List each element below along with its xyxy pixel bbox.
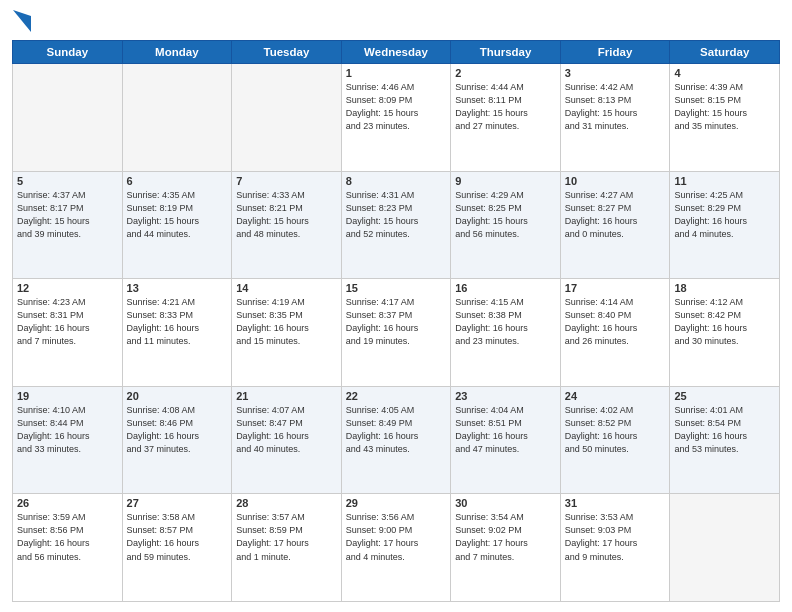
calendar-day-cell: 17Sunrise: 4:14 AM Sunset: 8:40 PM Dayli… [560, 279, 670, 387]
calendar-day-cell: 10Sunrise: 4:27 AM Sunset: 8:27 PM Dayli… [560, 171, 670, 279]
calendar-header-row: SundayMondayTuesdayWednesdayThursdayFrid… [13, 41, 780, 64]
day-info: Sunrise: 4:44 AM Sunset: 8:11 PM Dayligh… [455, 81, 556, 133]
logo-icon [13, 10, 31, 32]
day-info: Sunrise: 4:19 AM Sunset: 8:35 PM Dayligh… [236, 296, 337, 348]
day-number: 29 [346, 497, 447, 509]
day-number: 16 [455, 282, 556, 294]
day-number: 5 [17, 175, 118, 187]
day-number: 21 [236, 390, 337, 402]
day-number: 26 [17, 497, 118, 509]
calendar-day-cell: 3Sunrise: 4:42 AM Sunset: 8:13 PM Daylig… [560, 64, 670, 172]
day-info: Sunrise: 4:10 AM Sunset: 8:44 PM Dayligh… [17, 404, 118, 456]
calendar-day-cell [13, 64, 123, 172]
day-info: Sunrise: 4:37 AM Sunset: 8:17 PM Dayligh… [17, 189, 118, 241]
calendar-day-cell: 23Sunrise: 4:04 AM Sunset: 8:51 PM Dayli… [451, 386, 561, 494]
calendar-day-cell: 18Sunrise: 4:12 AM Sunset: 8:42 PM Dayli… [670, 279, 780, 387]
day-info: Sunrise: 4:04 AM Sunset: 8:51 PM Dayligh… [455, 404, 556, 456]
day-info: Sunrise: 4:02 AM Sunset: 8:52 PM Dayligh… [565, 404, 666, 456]
calendar-day-cell: 14Sunrise: 4:19 AM Sunset: 8:35 PM Dayli… [232, 279, 342, 387]
calendar-day-cell: 16Sunrise: 4:15 AM Sunset: 8:38 PM Dayli… [451, 279, 561, 387]
day-number: 30 [455, 497, 556, 509]
calendar-week-row: 19Sunrise: 4:10 AM Sunset: 8:44 PM Dayli… [13, 386, 780, 494]
day-info: Sunrise: 4:46 AM Sunset: 8:09 PM Dayligh… [346, 81, 447, 133]
calendar-day-cell: 24Sunrise: 4:02 AM Sunset: 8:52 PM Dayli… [560, 386, 670, 494]
day-number: 23 [455, 390, 556, 402]
calendar-week-row: 5Sunrise: 4:37 AM Sunset: 8:17 PM Daylig… [13, 171, 780, 279]
logo [12, 10, 31, 32]
day-number: 9 [455, 175, 556, 187]
day-info: Sunrise: 4:08 AM Sunset: 8:46 PM Dayligh… [127, 404, 228, 456]
calendar-day-cell: 30Sunrise: 3:54 AM Sunset: 9:02 PM Dayli… [451, 494, 561, 602]
day-number: 18 [674, 282, 775, 294]
calendar-day-cell: 13Sunrise: 4:21 AM Sunset: 8:33 PM Dayli… [122, 279, 232, 387]
day-number: 8 [346, 175, 447, 187]
day-number: 15 [346, 282, 447, 294]
day-number: 28 [236, 497, 337, 509]
day-info: Sunrise: 4:05 AM Sunset: 8:49 PM Dayligh… [346, 404, 447, 456]
svg-marker-0 [13, 10, 31, 32]
calendar-day-cell: 5Sunrise: 4:37 AM Sunset: 8:17 PM Daylig… [13, 171, 123, 279]
day-number: 7 [236, 175, 337, 187]
day-info: Sunrise: 4:35 AM Sunset: 8:19 PM Dayligh… [127, 189, 228, 241]
day-info: Sunrise: 4:21 AM Sunset: 8:33 PM Dayligh… [127, 296, 228, 348]
day-of-week-header: Tuesday [232, 41, 342, 64]
day-info: Sunrise: 4:31 AM Sunset: 8:23 PM Dayligh… [346, 189, 447, 241]
day-info: Sunrise: 4:07 AM Sunset: 8:47 PM Dayligh… [236, 404, 337, 456]
calendar-week-row: 26Sunrise: 3:59 AM Sunset: 8:56 PM Dayli… [13, 494, 780, 602]
day-info: Sunrise: 4:17 AM Sunset: 8:37 PM Dayligh… [346, 296, 447, 348]
day-number: 19 [17, 390, 118, 402]
day-of-week-header: Friday [560, 41, 670, 64]
page: SundayMondayTuesdayWednesdayThursdayFrid… [0, 0, 792, 612]
day-number: 1 [346, 67, 447, 79]
calendar-day-cell: 2Sunrise: 4:44 AM Sunset: 8:11 PM Daylig… [451, 64, 561, 172]
calendar-day-cell [232, 64, 342, 172]
day-number: 24 [565, 390, 666, 402]
calendar-day-cell: 4Sunrise: 4:39 AM Sunset: 8:15 PM Daylig… [670, 64, 780, 172]
calendar-day-cell: 1Sunrise: 4:46 AM Sunset: 8:09 PM Daylig… [341, 64, 451, 172]
header [12, 10, 780, 32]
day-info: Sunrise: 4:23 AM Sunset: 8:31 PM Dayligh… [17, 296, 118, 348]
day-info: Sunrise: 4:42 AM Sunset: 8:13 PM Dayligh… [565, 81, 666, 133]
day-info: Sunrise: 3:53 AM Sunset: 9:03 PM Dayligh… [565, 511, 666, 563]
calendar-day-cell: 27Sunrise: 3:58 AM Sunset: 8:57 PM Dayli… [122, 494, 232, 602]
day-of-week-header: Thursday [451, 41, 561, 64]
day-info: Sunrise: 3:59 AM Sunset: 8:56 PM Dayligh… [17, 511, 118, 563]
calendar-day-cell: 15Sunrise: 4:17 AM Sunset: 8:37 PM Dayli… [341, 279, 451, 387]
day-number: 20 [127, 390, 228, 402]
day-info: Sunrise: 3:56 AM Sunset: 9:00 PM Dayligh… [346, 511, 447, 563]
day-of-week-header: Monday [122, 41, 232, 64]
day-number: 14 [236, 282, 337, 294]
day-number: 11 [674, 175, 775, 187]
calendar-day-cell: 31Sunrise: 3:53 AM Sunset: 9:03 PM Dayli… [560, 494, 670, 602]
calendar-day-cell: 21Sunrise: 4:07 AM Sunset: 8:47 PM Dayli… [232, 386, 342, 494]
day-number: 6 [127, 175, 228, 187]
calendar-day-cell: 22Sunrise: 4:05 AM Sunset: 8:49 PM Dayli… [341, 386, 451, 494]
day-info: Sunrise: 3:58 AM Sunset: 8:57 PM Dayligh… [127, 511, 228, 563]
day-of-week-header: Saturday [670, 41, 780, 64]
calendar-day-cell: 11Sunrise: 4:25 AM Sunset: 8:29 PM Dayli… [670, 171, 780, 279]
day-number: 27 [127, 497, 228, 509]
calendar-day-cell: 29Sunrise: 3:56 AM Sunset: 9:00 PM Dayli… [341, 494, 451, 602]
day-number: 22 [346, 390, 447, 402]
day-info: Sunrise: 4:39 AM Sunset: 8:15 PM Dayligh… [674, 81, 775, 133]
calendar-day-cell: 7Sunrise: 4:33 AM Sunset: 8:21 PM Daylig… [232, 171, 342, 279]
calendar-day-cell [670, 494, 780, 602]
day-of-week-header: Wednesday [341, 41, 451, 64]
day-number: 31 [565, 497, 666, 509]
day-info: Sunrise: 4:27 AM Sunset: 8:27 PM Dayligh… [565, 189, 666, 241]
day-info: Sunrise: 4:12 AM Sunset: 8:42 PM Dayligh… [674, 296, 775, 348]
day-info: Sunrise: 3:57 AM Sunset: 8:59 PM Dayligh… [236, 511, 337, 563]
calendar-day-cell: 25Sunrise: 4:01 AM Sunset: 8:54 PM Dayli… [670, 386, 780, 494]
calendar-day-cell: 20Sunrise: 4:08 AM Sunset: 8:46 PM Dayli… [122, 386, 232, 494]
day-info: Sunrise: 4:29 AM Sunset: 8:25 PM Dayligh… [455, 189, 556, 241]
day-number: 10 [565, 175, 666, 187]
day-info: Sunrise: 4:15 AM Sunset: 8:38 PM Dayligh… [455, 296, 556, 348]
day-info: Sunrise: 4:25 AM Sunset: 8:29 PM Dayligh… [674, 189, 775, 241]
calendar-day-cell: 6Sunrise: 4:35 AM Sunset: 8:19 PM Daylig… [122, 171, 232, 279]
calendar-day-cell: 9Sunrise: 4:29 AM Sunset: 8:25 PM Daylig… [451, 171, 561, 279]
day-info: Sunrise: 4:01 AM Sunset: 8:54 PM Dayligh… [674, 404, 775, 456]
day-number: 4 [674, 67, 775, 79]
calendar-week-row: 1Sunrise: 4:46 AM Sunset: 8:09 PM Daylig… [13, 64, 780, 172]
day-info: Sunrise: 4:14 AM Sunset: 8:40 PM Dayligh… [565, 296, 666, 348]
day-info: Sunrise: 3:54 AM Sunset: 9:02 PM Dayligh… [455, 511, 556, 563]
